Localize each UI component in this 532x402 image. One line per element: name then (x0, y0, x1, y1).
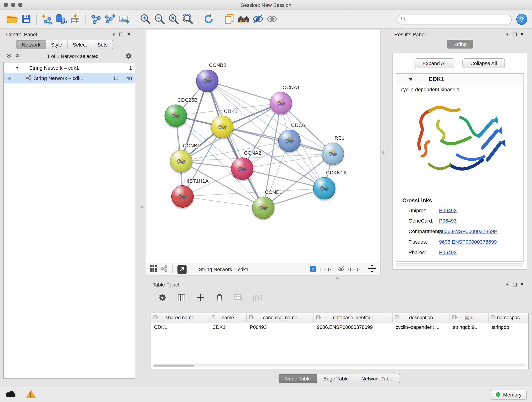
network-node-ccna1[interactable] (270, 92, 292, 114)
close-window-button[interactable] (4, 3, 8, 7)
table-cell[interactable]: CDK1 (151, 322, 209, 332)
table-cell[interactable]: stringdb (488, 322, 528, 332)
open-session-button[interactable] (5, 12, 19, 26)
help-button[interactable]: ? (516, 14, 527, 25)
network-row-selected[interactable]: String Network – cdk1 11 48 (4, 73, 135, 83)
table-cell[interactable]: P06493 (247, 322, 314, 332)
tab-network[interactable]: Network (16, 40, 46, 49)
scrollbar-thumb[interactable] (154, 365, 194, 366)
tab-style[interactable]: Style (46, 40, 68, 49)
table-cell[interactable]: 9606.ENSP00000378699 (314, 322, 393, 332)
close-panel-icon[interactable]: × (125, 31, 133, 38)
export-network-button[interactable] (103, 12, 117, 26)
table-cell[interactable]: cyclin–dependent ... (393, 322, 450, 332)
panel-menu-icon[interactable]: ▾ (504, 281, 511, 288)
create-column-icon[interactable] (195, 292, 206, 303)
network-node-ccnb1[interactable] (170, 150, 192, 172)
crosslink-tissues-link[interactable]: 9606.ENSP00000378699 (439, 239, 497, 245)
hide-details-button[interactable] (251, 12, 265, 26)
right-splitter-grip[interactable] (382, 151, 384, 153)
network-node-ccnb2[interactable] (196, 70, 219, 92)
collapse-all-icon[interactable] (6, 53, 12, 60)
collection-expand-icon[interactable] (15, 65, 19, 70)
panel-menu-icon[interactable]: ▾ (110, 31, 118, 38)
zoom-selected-button[interactable] (181, 12, 195, 26)
expand-all-icon[interactable] (15, 53, 20, 60)
string-results-tab[interactable]: String (447, 40, 473, 49)
apply-layout-button[interactable] (202, 12, 216, 26)
tab-network-table[interactable]: Network Table (355, 374, 400, 383)
network-node-cdc6[interactable] (278, 130, 301, 152)
close-panel-icon[interactable]: × (519, 281, 526, 288)
horizontal-splitter-grip[interactable] (336, 277, 339, 279)
open-in-new-button[interactable] (177, 264, 186, 274)
crosslink-pharos-link[interactable]: P06493 (439, 249, 457, 255)
tab-edge-table[interactable]: Edge Table (317, 374, 355, 383)
birdseye-button[interactable] (236, 12, 251, 26)
collapse-section-icon[interactable] (409, 77, 413, 82)
table-settings-gear-icon[interactable] (157, 292, 168, 303)
network-node-cdk1[interactable] (211, 116, 234, 138)
show-columns-icon[interactable] (176, 292, 187, 303)
panel-menu-icon[interactable]: ▾ (504, 31, 511, 38)
network-node-cdkn1a[interactable] (313, 177, 336, 200)
network-node-hist1h1a[interactable] (171, 185, 194, 208)
expand-all-button[interactable]: Expand All (415, 58, 454, 68)
column-header[interactable]: name (209, 313, 247, 322)
tab-select[interactable]: Select (68, 40, 92, 49)
results-scrollbar[interactable] (396, 263, 524, 266)
import-network-database-button[interactable] (54, 12, 68, 26)
crosslink-compartments-link[interactable]: 9606.ENSP00000378699 (439, 229, 497, 234)
zoom-window-button[interactable] (18, 3, 22, 7)
zoom-in-button[interactable] (138, 12, 152, 26)
column-header[interactable]: description (393, 313, 450, 322)
network-canvas[interactable]: CCNB2CCNA1CDC25BCDK1CDC6RB1CCNB1CCNA2CDK… (146, 30, 381, 263)
show-details-button[interactable] (265, 12, 279, 26)
selected-checkbox-icon[interactable]: ✓ (310, 266, 316, 272)
column-header[interactable]: canonical name (247, 313, 314, 322)
column-header[interactable]: shared name (151, 313, 209, 322)
export-image-button[interactable] (117, 12, 132, 26)
search-field[interactable] (397, 14, 512, 24)
network-collection-row[interactable]: String Network – cdk1 1 (4, 62, 135, 73)
column-header[interactable]: database identifier (314, 313, 393, 322)
save-session-button[interactable] (19, 12, 33, 26)
cloud-icon[interactable] (6, 390, 17, 399)
left-splitter-grip[interactable] (140, 206, 143, 208)
table-horizontal-scrollbar[interactable] (153, 364, 526, 367)
delete-column-trash-icon[interactable] (214, 292, 225, 303)
share-icon[interactable] (160, 265, 167, 274)
zoom-fit-button[interactable] (167, 12, 181, 26)
import-table-button[interactable] (68, 12, 82, 26)
fit-content-icon[interactable] (368, 264, 376, 274)
float-panel-icon[interactable] (511, 31, 519, 38)
import-network-file-button[interactable] (40, 12, 54, 26)
network-node-ccne1[interactable] (252, 196, 274, 219)
column-header[interactable]: @id (450, 313, 489, 322)
duplicate-network-button[interactable] (222, 12, 236, 26)
gene-section-header[interactable]: CDK1 (396, 74, 523, 85)
tab-sets[interactable]: Sets (92, 40, 113, 49)
search-input[interactable] (408, 17, 508, 22)
memory-button[interactable]: Memory (491, 389, 527, 400)
network-options-gear-icon[interactable] (125, 52, 132, 61)
crosslink-genecard-link[interactable]: P06493 (439, 218, 457, 224)
network-node-ccna2[interactable] (231, 157, 253, 180)
float-panel-icon[interactable] (117, 31, 125, 38)
zoom-out-button[interactable] (152, 12, 167, 26)
grid-icon[interactable] (150, 265, 157, 274)
table-cell[interactable]: stringdb:9... (450, 322, 489, 332)
close-panel-icon[interactable]: × (519, 31, 526, 38)
table-row[interactable]: CDK1 CDK1 P06493 9606.ENSP00000378699 cy… (151, 322, 528, 332)
collapse-all-button[interactable]: Collapse All (462, 58, 505, 68)
float-panel-icon[interactable] (511, 281, 519, 288)
new-network-button[interactable] (89, 12, 103, 26)
crosslink-uniprot-link[interactable]: P06493 (439, 207, 457, 213)
network-node-rb1[interactable] (322, 143, 344, 165)
tab-node-table[interactable]: Node Table (279, 374, 317, 383)
table-cell[interactable]: CDK1 (209, 322, 247, 332)
minimize-window-button[interactable] (11, 3, 15, 7)
column-header[interactable]: namespac (488, 313, 528, 322)
warning-icon[interactable] (26, 390, 36, 400)
network-node-cdc25b[interactable] (165, 104, 187, 127)
